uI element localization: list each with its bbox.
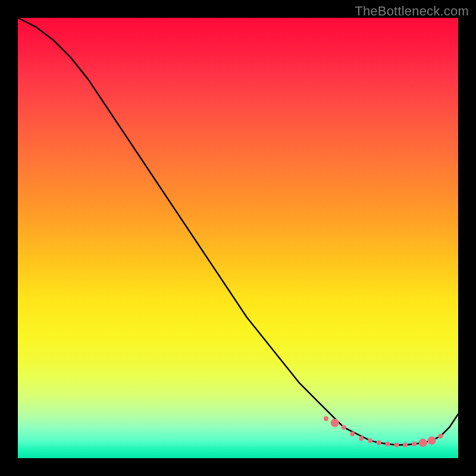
marker-dot — [342, 425, 346, 430]
marker-dot — [412, 441, 416, 446]
marker-dot — [359, 436, 364, 441]
marker-dot — [438, 434, 443, 439]
chart-frame: TheBottleneck.com — [0, 0, 476, 476]
marker-dot — [350, 431, 355, 436]
marker-dot — [403, 443, 408, 447]
chart-svg — [18, 18, 458, 458]
curve-line — [18, 18, 458, 445]
marker-dot — [394, 443, 399, 447]
marker-dot — [324, 416, 328, 421]
marker-dot — [368, 438, 372, 443]
marker-dot — [428, 436, 436, 444]
marker-dot — [331, 419, 339, 427]
marker-dot — [386, 441, 390, 446]
marker-dot — [419, 439, 427, 447]
plot-area — [18, 18, 458, 458]
marker-dot — [377, 440, 381, 445]
watermark-text: TheBottleneck.com — [355, 4, 469, 19]
